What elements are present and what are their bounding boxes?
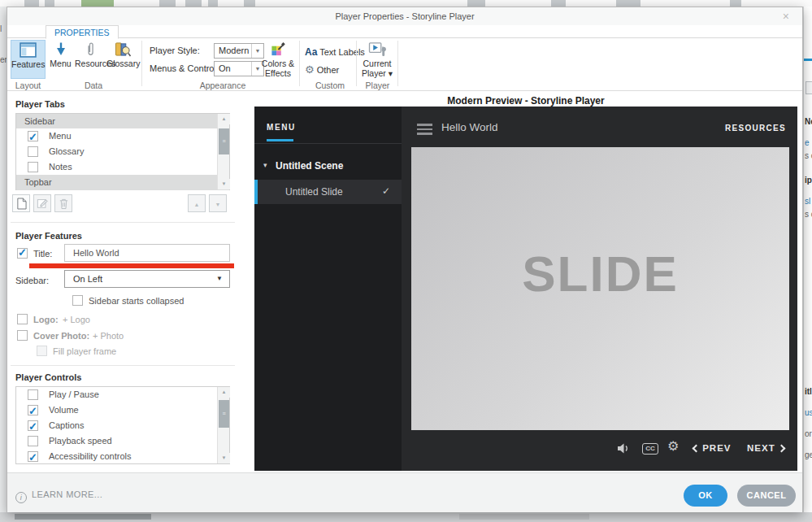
tab-properties[interactable]: PROPERTIES (46, 25, 119, 39)
list-item-label: Playback speed (49, 436, 112, 446)
colors-effects-button[interactable]: Colors & Effects (259, 40, 297, 79)
slide-label: Untitled Slide (285, 186, 343, 198)
accessibility-checkbox[interactable] (28, 451, 38, 462)
preview-menu-tab[interactable]: MENU (267, 123, 296, 132)
features-button[interactable]: Features (11, 40, 46, 79)
background-icon-sliver (616, 0, 640, 7)
list-item-menu[interactable]: Menu (16, 128, 229, 144)
captions-checkbox[interactable] (28, 420, 38, 431)
sidebar-collapsed-checkbox[interactable] (72, 295, 83, 306)
notes-checkbox[interactable] (28, 162, 38, 172)
delete-tab-button[interactable] (54, 194, 72, 212)
prev-button[interactable]: PREV (693, 443, 732, 453)
ok-button[interactable]: OK (684, 485, 727, 507)
list-group-topbar[interactable]: Topbar (16, 175, 229, 190)
scrollbar-thumb[interactable]: ≡ (219, 128, 229, 154)
menu-checkbox[interactable] (28, 131, 38, 141)
list-item-label: Glossary (49, 146, 84, 156)
slide-active-bar (254, 180, 258, 204)
cover-photo-checkbox[interactable] (17, 330, 28, 341)
volume-icon[interactable] (617, 442, 631, 458)
glossary-button[interactable]: Glossary (106, 40, 139, 79)
captions-icon[interactable]: CC (642, 443, 658, 455)
glossary-book-icon (114, 41, 132, 57)
player-features-heading: Player Features (15, 231, 82, 241)
player-style-value: Modern (219, 46, 249, 55)
add-photo-link[interactable]: + Photo (93, 331, 124, 341)
list-item-playback-speed[interactable]: Playback speed (16, 433, 229, 449)
next-button[interactable]: NEXT (747, 443, 784, 453)
other-button[interactable]: ⚙ Other (305, 63, 339, 76)
menus-controls-label: Menus & Controls: (150, 63, 223, 73)
playback-speed-checkbox[interactable] (28, 436, 38, 446)
sidebar-collapsed-label: Sidebar starts collapsed (89, 296, 184, 306)
new-tab-button[interactable] (12, 194, 30, 212)
glossary-checkbox[interactable] (28, 146, 38, 157)
player-tabs-listbox[interactable]: Sidebar Menu Glossary Notes Topbar ▲ ≡ ▼ (15, 113, 230, 190)
list-item-label: Accessibility controls (49, 451, 131, 461)
colors-effects-label-1: Colors & (262, 59, 294, 68)
sidebar-label: Sidebar: (15, 276, 49, 285)
features-icon (20, 42, 37, 58)
list-item-glossary[interactable]: Glossary (16, 144, 229, 159)
current-player-label-1: Current (363, 59, 391, 68)
title-checkbox[interactable] (17, 248, 28, 259)
background-blue-line (804, 59, 812, 61)
preview-resources-tab[interactable]: RESOURCES (725, 124, 786, 133)
move-up-button[interactable]: ▲ (188, 194, 206, 212)
cover-photo-label: Cover Photo: (33, 331, 89, 341)
logo-checkbox[interactable] (17, 314, 28, 324)
scroll-up-icon[interactable]: ▲ (218, 114, 230, 124)
edit-pencil-icon (37, 198, 48, 209)
list-item-captions[interactable]: Captions (16, 418, 229, 433)
triangle-down-icon: ▼ (215, 202, 221, 207)
current-player-label-2: Player ▾ (362, 68, 393, 78)
list-item-accessibility[interactable]: Accessibility controls (16, 449, 229, 464)
scrollbar-thumb[interactable]: ≡ (219, 400, 229, 428)
player-preview: MENU ▾ Untitled Scene Untitled Slide ✓ H… (254, 107, 797, 471)
ribbon-separator (397, 41, 398, 86)
player-controls-listbox[interactable]: Play / Pause Volume Captions Playback sp… (15, 386, 230, 464)
scroll-up-icon[interactable]: ▲ (218, 387, 230, 398)
ribbon-separator (356, 41, 357, 86)
edit-tab-button[interactable] (33, 194, 51, 212)
settings-gear-icon[interactable]: ⚙ (667, 438, 679, 454)
current-player-button[interactable]: Current Player ▾ (358, 40, 396, 79)
hamburger-menu-icon[interactable] (417, 124, 432, 137)
group-label-custom: Custom (305, 80, 355, 90)
scroll-down-icon[interactable]: ▼ (218, 179, 230, 189)
list-item-play-pause[interactable]: Play / Pause (16, 387, 229, 402)
fill-player-frame-checkbox[interactable] (37, 346, 47, 356)
player-tabs-scrollbar[interactable]: ▲ ≡ ▼ (217, 114, 229, 189)
menus-controls-select[interactable]: On ▼ (214, 61, 264, 76)
background-icon-sliver (551, 0, 566, 7)
scene-row[interactable]: ▾ Untitled Scene (254, 157, 402, 178)
section-divider (11, 365, 235, 366)
move-down-button[interactable]: ▼ (209, 194, 227, 212)
menu-active-indicator (267, 139, 293, 141)
background-icon-sliver (45, 0, 54, 7)
cancel-button[interactable]: CANCEL (737, 485, 796, 507)
list-item-volume[interactable]: Volume (16, 402, 229, 418)
list-group-sidebar[interactable]: Sidebar (16, 114, 229, 128)
play-pause-checkbox[interactable] (28, 389, 38, 400)
scroll-down-icon[interactable]: ▼ (218, 453, 230, 463)
group-label-layout: Layout (11, 80, 46, 90)
add-logo-link[interactable]: + Logo (63, 315, 90, 324)
list-item-notes[interactable]: Notes (16, 159, 229, 175)
slide-row-selected[interactable]: Untitled Slide ✓ (254, 180, 402, 204)
caret-down-icon[interactable]: ▾ (263, 161, 267, 169)
player-style-select[interactable]: Modern ▼ (214, 43, 264, 59)
learn-more-link[interactable]: iLEARN MORE... (15, 489, 102, 503)
background-icon-sliver (208, 0, 218, 7)
title-input[interactable] (64, 244, 230, 262)
menu-button[interactable]: Menu (48, 40, 73, 79)
volume-checkbox[interactable] (28, 405, 38, 415)
close-icon[interactable]: × (783, 10, 789, 23)
sidebar-position-select[interactable]: On Left ▼ (64, 270, 230, 288)
player-controls-scrollbar[interactable]: ▲ ≡ ▼ (217, 387, 229, 463)
background-icon-sliver (159, 0, 176, 7)
colors-effects-label-2: Effects (265, 68, 291, 78)
background-text-fragment: Ne (805, 117, 812, 126)
resources-button[interactable]: Resources (75, 40, 106, 79)
